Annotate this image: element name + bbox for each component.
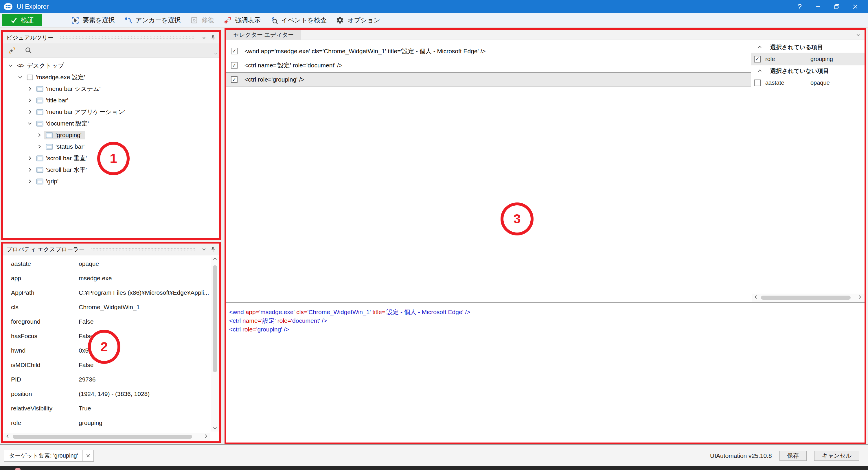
property-value: (1924, 149) - (3836, 1028) [79,390,211,398]
scrollbar-thumb[interactable] [761,295,850,300]
tab-selector-editor[interactable]: セレクター エディター [226,30,301,40]
scroll-up-icon[interactable] [213,256,217,262]
property-row[interactable]: clsChrome_WidgetWin_1 [3,300,211,314]
selected-items-header[interactable]: 選択されている項目 [751,42,865,53]
scroll-down-icon[interactable] [213,426,217,432]
search-icon[interactable] [25,46,32,54]
tree-item[interactable]: 'grip' [35,177,62,186]
horizontal-scrollbar[interactable] [752,293,864,302]
tree-node[interactable]: </>デスクトップ [3,60,219,71]
chevron-right-icon[interactable] [25,98,35,103]
close-button[interactable] [846,1,865,13]
property-row[interactable]: appmsedge.exe [3,271,211,285]
chevron-right-icon[interactable] [25,156,35,160]
property-row[interactable]: AppPathC:¥Program Files (x86)¥Microsoft¥… [3,285,211,300]
chevron-down-icon[interactable] [202,35,206,40]
property-row[interactable]: relativeVisibilityTrue [3,401,211,416]
tree-item[interactable]: 'grouping' [44,131,85,139]
indicate-element-icon[interactable] [8,46,16,54]
tree-node[interactable]: 'grouping' [3,129,219,141]
property-value: C:¥Program Files (x86)¥Microsoft¥Edge¥Ap… [79,289,211,296]
attribute-name: role [765,56,806,62]
panel-grip[interactable] [60,36,195,39]
property-row[interactable]: position(1924, 149) - (3836, 1028) [3,387,211,401]
help-button[interactable]: ? [790,1,809,13]
selector-xml-preview[interactable]: <wnd app='msedge.exe' cls='Chrome_Widget… [226,303,865,442]
tree-item[interactable]: 'document 設定' [35,119,92,128]
tree-node[interactable]: 'msedge.exe 設定' [3,71,219,83]
property-row[interactable]: rolegrouping [3,416,211,430]
panel-grip[interactable] [91,248,195,251]
checkbox[interactable]: ✓ [231,48,238,54]
tree-node[interactable]: 'menu bar アプリケーション' [3,106,219,118]
select-anchor-button[interactable]: アンカーを選択 [120,14,185,26]
inspect-events-button[interactable]: イベントを検査 [265,14,332,26]
tree-item[interactable]: 'scroll bar 垂直' [35,153,90,163]
chevron-down-icon[interactable] [6,63,16,68]
unselected-items-header[interactable]: 選択されていない項目 [751,65,865,76]
chevron-right-icon[interactable] [25,167,35,172]
chevron-down-icon[interactable] [16,75,25,80]
tree-node[interactable]: 'grip' [3,176,219,187]
attribute-row[interactable]: ✓rolegrouping [751,53,865,65]
tree-node[interactable]: 'title bar' [3,95,219,106]
chevron-right-icon[interactable] [25,179,35,184]
property-row[interactable]: aastateopaque [3,256,211,271]
taskbar-app-icon[interactable] [14,468,21,470]
property-row[interactable]: PID29736 [3,372,211,387]
scrollbar-thumb[interactable] [13,435,192,439]
tree-item[interactable]: 'menu bar システム' [35,84,104,94]
scroll-right-icon[interactable] [858,295,862,301]
chevron-down-icon[interactable] [25,121,35,126]
chevron-right-icon[interactable] [25,87,35,91]
close-icon[interactable] [83,450,93,461]
selector-row[interactable]: ✓<ctrl name='設定' role='document' /> [226,58,751,72]
tree-item[interactable]: 'msedge.exe 設定' [25,72,89,82]
checkbox[interactable]: ✓ [231,62,238,68]
scroll-left-icon[interactable] [5,434,10,440]
validate-button[interactable]: 検証 [2,14,42,26]
chevron-right-icon[interactable] [34,144,44,149]
property-explorer-header: プロパティ エクスプローラー [3,244,219,255]
scrollbar-thumb[interactable] [213,265,217,372]
pin-icon[interactable] [210,35,216,40]
vertical-scrollbar[interactable] [211,256,219,432]
chevron-up-icon[interactable] [757,45,762,50]
chevron-up-icon[interactable] [757,68,762,73]
tree-item[interactable]: 'scroll bar 水平' [35,165,90,175]
property-row[interactable]: foregroundFalse [3,314,211,329]
options-button[interactable]: オプション [331,14,385,26]
chevron-right-icon[interactable] [25,109,35,114]
minimize-button[interactable] [809,1,828,13]
restore-button[interactable] [828,1,846,13]
tree-item[interactable]: </>デスクトップ [16,61,67,70]
chevron-down-icon[interactable] [856,32,861,38]
checkbox[interactable]: ✓ [754,56,761,62]
tree-node[interactable]: 'document 設定' [3,118,219,129]
scroll-right-icon[interactable] [204,434,208,440]
tree-item[interactable]: 'status bar' [44,142,88,151]
cancel-button[interactable]: キャンセル [814,451,859,461]
highlight-icon [224,16,232,24]
save-button[interactable]: 保存 [779,451,807,461]
checkbox[interactable] [754,80,761,86]
xml-segment: <wnd [229,309,246,315]
repair-button[interactable]: 修復 [185,14,219,26]
scroll-left-icon[interactable] [753,295,758,301]
attribute-row[interactable]: aastateopaque [751,76,865,89]
chevron-down-icon[interactable] [202,247,206,252]
indicate-element-button[interactable]: 要素を選択 [66,14,120,26]
tree-node[interactable]: 'menu bar システム' [3,83,219,95]
horizontal-scrollbar[interactable] [3,433,210,441]
checkbox[interactable]: ✓ [231,76,238,83]
highlight-button[interactable]: 強調表示 [219,14,265,26]
pin-icon[interactable] [210,247,216,252]
chevron-right-icon[interactable] [34,133,44,137]
tree-item[interactable]: 'title bar' [35,96,72,105]
selected-items-label: 選択されている項目 [770,43,823,51]
selector-row[interactable]: ✓<wnd app='msedge.exe' cls='Chrome_Widge… [226,44,751,58]
xml-segment: title= [372,309,385,315]
options-gear-icon [336,16,344,24]
selector-row[interactable]: ✓<ctrl role='grouping' /> [226,72,751,87]
tree-item[interactable]: 'menu bar アプリケーション' [35,107,129,117]
